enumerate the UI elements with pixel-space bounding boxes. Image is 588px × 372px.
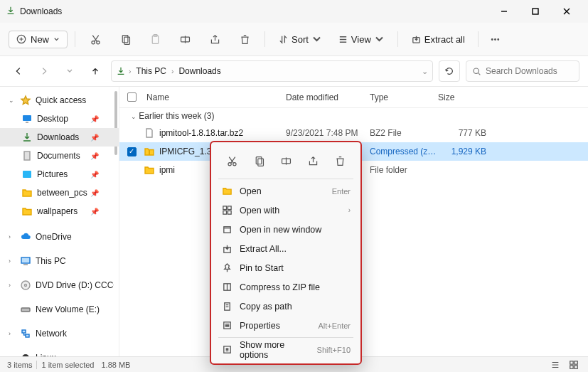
status-items: 3 items	[7, 361, 32, 369]
column-date[interactable]: Date modified	[286, 92, 370, 102]
maximize-button[interactable]	[520, 1, 551, 22]
cm-properties[interactable]: PropertiesAlt+Enter	[213, 316, 359, 335]
svg-point-11	[495, 38, 496, 40]
sidebar-dvd[interactable]: ›DVD Drive (D:) CCCOMA	[0, 276, 119, 294]
chevron-right-icon[interactable]: ›	[9, 257, 16, 265]
chevron-down-icon[interactable]: ⌄	[9, 354, 16, 356]
row-checkbox[interactable]: ✓	[127, 147, 137, 156]
sidebar-label: Network	[36, 329, 67, 339]
cm-copy-button[interactable]	[249, 151, 269, 171]
cm-pin-to-start[interactable]: Pin to Start	[213, 258, 359, 277]
properties-icon	[221, 320, 232, 331]
view-button[interactable]: View	[332, 34, 390, 45]
sidebar-quick-access[interactable]: ⌄ Quick access	[0, 91, 119, 110]
share-button[interactable]	[202, 26, 228, 52]
cm-open[interactable]: OpenEnter	[213, 181, 359, 201]
pin-icon: 📌	[90, 208, 99, 216]
chevron-right-icon[interactable]: ›	[129, 68, 131, 75]
cm-compress-zip[interactable]: Compress to ZIP file	[213, 277, 359, 297]
extract-all-label: Extract all	[424, 34, 465, 45]
forward-button[interactable]	[34, 66, 54, 76]
cm-open-with[interactable]: Open with›	[213, 201, 359, 220]
svg-rect-6	[152, 36, 159, 43]
sort-label: Sort	[292, 34, 309, 45]
svg-rect-42	[570, 361, 573, 363]
chevron-down-icon[interactable]: ⌄	[9, 97, 16, 104]
back-button[interactable]	[9, 66, 28, 76]
breadcrumb-this-pc[interactable]: This PC	[134, 66, 169, 76]
navigation-pane: ⌄ Quick access Desktop📌 Downloads📌 Docum…	[0, 87, 119, 356]
rename-button[interactable]	[172, 26, 198, 52]
chevron-right-icon[interactable]: ›	[9, 330, 16, 337]
menu-separator	[218, 179, 353, 179]
column-size[interactable]: Size	[438, 92, 495, 102]
details-view-button[interactable]	[548, 360, 562, 370]
sidebar-new-volume[interactable]: ›New Volume (E:)	[0, 300, 119, 319]
column-name[interactable]: Name	[144, 92, 286, 102]
group-header[interactable]: ⌄ Earlier this week (3)	[119, 108, 588, 124]
sidebar-label: New Volume (E:)	[36, 304, 100, 314]
folder-open-icon	[221, 186, 232, 196]
cut-button[interactable]	[82, 26, 108, 52]
paste-button[interactable]	[142, 26, 168, 52]
svg-point-2	[91, 41, 94, 43]
sidebar-label: Desktop	[37, 114, 68, 124]
svg-rect-20	[21, 308, 30, 312]
more-button[interactable]	[486, 26, 506, 52]
sidebar-item-pictures[interactable]: Pictures📌	[0, 165, 119, 184]
cm-rename-button[interactable]	[276, 151, 296, 171]
minimize-button[interactable]	[488, 1, 520, 22]
column-headers: Name Date modified Type Size	[119, 87, 588, 108]
svg-point-28	[232, 162, 235, 165]
column-type[interactable]: Type	[370, 92, 438, 102]
chevron-right-icon[interactable]: ›	[171, 68, 173, 75]
cm-cut-button[interactable]	[222, 151, 242, 171]
cm-extract-all[interactable]: Extract All...	[213, 239, 359, 258]
new-button[interactable]: New	[9, 31, 68, 48]
thumbnails-view-button[interactable]	[567, 360, 581, 370]
cm-delete-button[interactable]	[330, 151, 350, 171]
sidebar-onedrive[interactable]: ›OneDrive	[0, 228, 119, 246]
sidebar-this-pc[interactable]: ›This PC	[0, 252, 119, 270]
breadcrumb-downloads[interactable]: Downloads	[176, 66, 223, 76]
chevron-right-icon[interactable]: ›	[9, 282, 16, 289]
up-button[interactable]	[85, 66, 105, 76]
sidebar-item-downloads[interactable]: Downloads📌	[0, 128, 119, 147]
svg-point-19	[25, 285, 27, 287]
address-bar[interactable]: › This PC › Downloads ⌄	[111, 60, 433, 82]
sidebar-label: DVD Drive (D:) CCCOMA	[36, 280, 114, 290]
sidebar-linux[interactable]: ⌄Linux	[0, 349, 119, 356]
copy-button[interactable]	[112, 26, 138, 52]
extract-all-button[interactable]: Extract all	[405, 34, 471, 45]
sidebar-item-wallpapers[interactable]: wallpapers📌	[0, 202, 119, 220]
sidebar-item-documents[interactable]: Documents📌	[0, 147, 119, 165]
svg-rect-33	[228, 206, 231, 210]
file-row[interactable]: ipmitool-1.8.18.tar.bz2 9/23/2021 7:48 P…	[119, 124, 588, 142]
svg-rect-29	[256, 156, 262, 164]
cm-open-new-window[interactable]: Open in new window	[213, 220, 359, 239]
pin-icon	[221, 262, 232, 273]
refresh-button[interactable]	[439, 60, 460, 82]
select-all-checkbox[interactable]	[119, 92, 144, 102]
svg-rect-0	[533, 9, 538, 14]
close-button[interactable]	[551, 1, 582, 22]
sort-button[interactable]: Sort	[272, 34, 328, 45]
search-input[interactable]: Search Downloads	[466, 60, 579, 82]
status-size: 1.88 MB	[101, 361, 130, 369]
sidebar-network[interactable]: ›Network	[0, 324, 119, 343]
chevron-down-icon[interactable]: ⌄	[422, 67, 428, 76]
svg-rect-21	[22, 330, 26, 333]
delete-button[interactable]	[232, 26, 257, 52]
chevron-right-icon[interactable]: ›	[9, 233, 16, 240]
cm-copy-as-path[interactable]: Copy as path	[213, 297, 359, 316]
svg-point-23	[22, 354, 29, 356]
sidebar-item-desktop[interactable]: Desktop📌	[0, 110, 119, 128]
chevron-right-icon: ›	[348, 206, 351, 214]
cm-show-more[interactable]: Show more optionsShift+F10	[213, 340, 359, 359]
recent-button[interactable]	[60, 68, 80, 75]
cm-share-button[interactable]	[303, 151, 323, 171]
pin-icon: 📌	[90, 115, 99, 123]
file-type: Compressed (zipp...	[370, 147, 438, 156]
sidebar-item-between-pcs[interactable]: between_pcs📌	[0, 184, 119, 202]
svg-rect-15	[24, 152, 30, 160]
